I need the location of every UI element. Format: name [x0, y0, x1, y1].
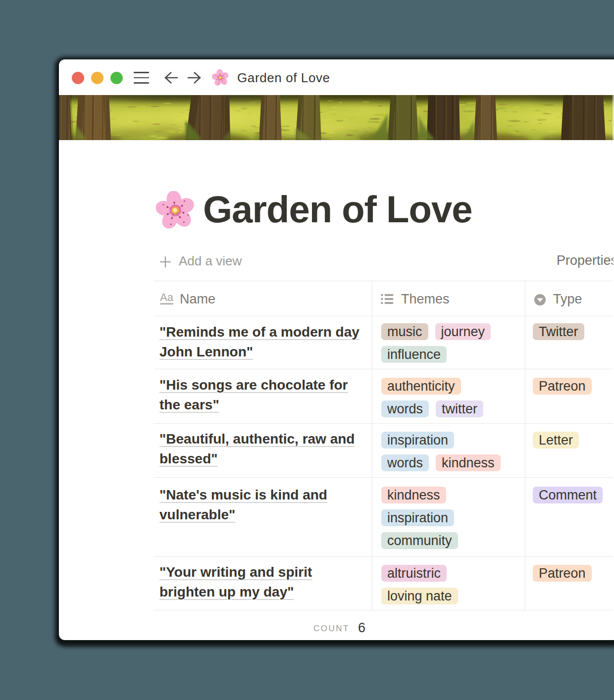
svg-text:Aa: Aa: [160, 291, 174, 303]
